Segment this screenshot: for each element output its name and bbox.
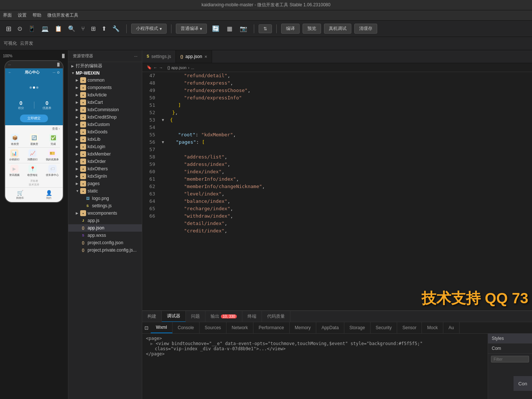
icon-receive[interactable]: 📦 收发货 [11, 134, 19, 146]
toolbar-icon-phone[interactable]: 📱 [26, 24, 38, 34]
sidebar-section-opened[interactable]: ▶ 打开的编辑器 [68, 62, 142, 70]
sidebar-more-icon[interactable]: ··· [134, 54, 137, 58]
sidebar-item-kdxcart[interactable]: ▶ ▪ kdxCart [68, 99, 142, 106]
sidebar-item-project-config[interactable]: {} project.config.json [68, 239, 142, 246]
tab-settings-js[interactable]: S settings.js [142, 50, 176, 63]
sidebar-item-kdxcustom[interactable]: ▶ ▪ kdxCustom [68, 121, 142, 128]
icon-my-coupons[interactable]: 🎫 我的优惠券 [46, 149, 59, 161]
code-content[interactable]: "refund/detail", "refund/express", "refu… [159, 72, 532, 310]
fold-arrow-53[interactable]: ▼ [162, 116, 166, 124]
sidebar-item-static[interactable]: ▼ ▪ static [68, 187, 142, 195]
bottom-tab-code-quality[interactable]: 代码质量 [262, 311, 290, 322]
subtab-au[interactable]: Au [443, 322, 460, 333]
menu-settings[interactable]: 设置 [18, 12, 27, 18]
sidebar-item-app-wxss[interactable]: S app.wxss [68, 232, 142, 239]
mode-selector[interactable]: 小程序模式 ▾ [131, 24, 167, 34]
toolbar-icon-search[interactable]: 🔍 [66, 24, 78, 34]
subtab-security[interactable]: Security [371, 322, 397, 333]
sidebar-item-components[interactable]: ▶ ▪ components [68, 84, 142, 91]
fold-arrow-55[interactable]: ▼ [162, 139, 166, 146]
icon-car-coupon[interactable]: 🏷 优车券中心 [46, 165, 59, 177]
bottom-tab-terminal[interactable]: 终端 [242, 311, 262, 322]
real-machine-btn[interactable]: 真机调试 [324, 24, 351, 34]
compile-btn[interactable]: 编译 [281, 24, 300, 34]
right-tab-styles[interactable]: Styles [488, 334, 532, 344]
sidebar-item-kdxothers[interactable]: ▶ ▪ kdxOthers [68, 165, 142, 173]
toolbar-icon-upload[interactable]: ⬆ [99, 24, 109, 34]
visual-link[interactable]: 可视化 [4, 40, 17, 47]
sidebar-item-kdxlib[interactable]: ▶ ▪ kdxLib [68, 136, 142, 143]
qr-btn[interactable]: ▦ [225, 24, 235, 34]
subtab-memory[interactable]: Memory [290, 322, 316, 333]
icon-sales-rank[interactable]: 📊 分销排行 [9, 149, 20, 161]
subtab-mock[interactable]: Mock [422, 322, 443, 333]
subtab-wxml[interactable]: Wxml [151, 322, 173, 333]
tab-app-json[interactable]: {} app.json ✕ [176, 50, 212, 63]
refresh-btn[interactable]: 🔄 [210, 24, 222, 34]
toolbar-icon-branch[interactable]: ⑂ [79, 24, 87, 34]
icon-address[interactable]: 📍 收货地址 [27, 165, 38, 177]
subtab-appdata[interactable]: AppData [316, 322, 344, 333]
nav-my[interactable]: 👤 我的 [46, 190, 52, 200]
toolbar-icon-1[interactable]: ⊞ [4, 23, 14, 34]
bottom-tab-debugger[interactable]: 调试器 [162, 311, 186, 322]
phone-check-link[interactable]: 查看 › [5, 125, 63, 132]
menu-weixin-devtools[interactable]: 微信开发者工具 [47, 12, 78, 18]
sidebar-item-project-private[interactable]: {} project.private.config.js... [68, 246, 142, 254]
filter-input[interactable] [491, 356, 529, 362]
sidebar-item-common[interactable]: ▶ ▪ common [68, 76, 142, 84]
sidebar-item-pages[interactable]: ▶ ▪ pages [68, 180, 142, 187]
sidebar-item-kdxmember[interactable]: ▶ ▪ kdxMember [68, 150, 142, 158]
debugger-icon-inspect[interactable]: ⊡ [144, 325, 149, 331]
right-tab-com[interactable]: Com [488, 344, 532, 354]
sidebar-item-kdxgoods[interactable]: ▶ ▪ kdxGoods [68, 128, 142, 136]
toolbar-icon-plugin[interactable]: 🔧 [110, 24, 122, 34]
icon-complete[interactable]: ✅ 完成 [49, 134, 57, 146]
toolbar-icon-more1[interactable]: ⊞ [89, 24, 98, 34]
preview-btn[interactable]: 预览 [303, 24, 321, 34]
cta-button[interactable]: 立即赠定 [20, 115, 48, 122]
menu-help[interactable]: 帮助 [33, 12, 41, 18]
sidebar-item-app-json[interactable]: {} app.json [68, 224, 142, 232]
stat-coupons: 0 优惠券 [34, 100, 60, 110]
sidebar-item-kdxlogin[interactable]: ▶ ▪ kdxLogin [68, 143, 142, 150]
sidebar-section-root[interactable]: ▼ MP-WEIXIN [68, 70, 142, 76]
sidebar-item-kdxarticle[interactable]: ▶ ▪ kdxArticle [68, 91, 142, 99]
sidebar-item-kdxsignin[interactable]: ▶ ▪ kdxSignIn [68, 173, 142, 180]
menu-interface[interactable]: 界面 [3, 12, 12, 18]
sidebar-item-settings-js[interactable]: S settings.js [68, 202, 142, 209]
sidebar-item-logo[interactable]: 🖼 logo.png [68, 195, 142, 202]
nav-cart[interactable]: 🛒 购物车 [16, 190, 24, 200]
share-btn[interactable]: ⇅ [259, 24, 272, 33]
cloud-link[interactable]: 云开发 [20, 40, 33, 47]
subtab-console[interactable]: Console [173, 322, 200, 333]
icon-consume-rank[interactable]: 📈 消费排行 [27, 149, 38, 161]
icon-return[interactable]: 🔄 退换货 [30, 134, 38, 146]
compile-mode-selector[interactable]: 普通编译 ▾ [176, 24, 207, 34]
subtab-storage[interactable]: Storage [344, 322, 371, 333]
breadcrumb-forward-icon[interactable]: → [159, 65, 163, 70]
icon-video[interactable]: ▶ 资讯视频 [9, 165, 20, 177]
toolbar-icon-copy[interactable]: 📋 [52, 24, 64, 34]
toolbar-icon-tablet[interactable]: 💻 [39, 24, 51, 34]
sidebar-item-kdxorder[interactable]: ▶ ▪ kdxOrder [68, 158, 142, 165]
breadcrumb-back-icon[interactable]: ← [153, 65, 157, 70]
sidebar-item-app-js[interactable]: J app.js [68, 217, 142, 224]
bottom-tab-problems[interactable]: 问题 [186, 311, 205, 322]
clear-cache-btn[interactable]: 清缓存 [354, 24, 377, 34]
toolbar-icon-2[interactable]: ⊙ [15, 24, 24, 34]
sidebar-item-kdxcreditshop[interactable]: ▶ ▪ kdxCreditShop [68, 113, 142, 121]
subtab-network[interactable]: Network [226, 322, 253, 333]
bottom-tab-output[interactable]: 输出 10, 330 [205, 311, 242, 322]
camera-btn[interactable]: 📷 [238, 24, 249, 34]
phone-bottom-nav: 🛒 购物车 👤 我的 [5, 187, 63, 202]
bottom-tab-build[interactable]: 构建 [142, 311, 162, 322]
subtab-performance[interactable]: Performance [253, 322, 290, 333]
subtab-sensor[interactable]: Sensor [397, 322, 422, 333]
subtab-sources[interactable]: Sources [200, 322, 226, 333]
breadcrumb-bookmark-icon[interactable]: 🔖 [147, 65, 152, 70]
sidebar-item-kdxcommission[interactable]: ▶ ▪ kdxCommission [68, 106, 142, 113]
sidebar-item-wxcomponents[interactable]: ▶ ▪ wxcomponents [68, 209, 142, 217]
tab-close-icon[interactable]: ✕ [204, 55, 207, 59]
dot-2 [33, 86, 35, 89]
